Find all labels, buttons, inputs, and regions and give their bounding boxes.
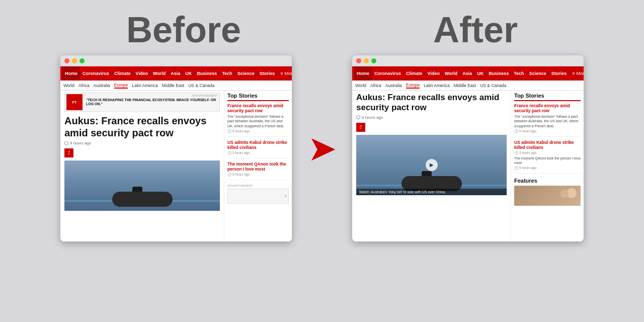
subnav-world[interactable]: World xyxy=(63,83,74,88)
nav-home[interactable]: Home xyxy=(62,66,80,80)
play-button[interactable]: ▶ xyxy=(426,159,438,171)
subnav-africa[interactable]: Africa xyxy=(78,83,90,88)
after-story-2-time: 🕐 3 hours ago xyxy=(514,151,581,155)
after-maximize-dot[interactable] xyxy=(371,58,376,63)
story-3-title[interactable]: The moment QAnon took the person I love … xyxy=(227,162,289,172)
after-subnav-us-canada[interactable]: US & Canada xyxy=(480,83,506,88)
after-close-dot[interactable] xyxy=(356,58,361,63)
nav-asia[interactable]: Asia xyxy=(168,66,183,80)
before-main: FT "TECH IS RESHAPING THE FINANCIAL ECOS… xyxy=(60,91,224,242)
after-sidebar: Top Stories France recalls envoys amid s… xyxy=(511,91,584,242)
before-sidebar: Top Stories France recalls envoys amid s… xyxy=(224,91,292,242)
ad-close-btn[interactable]: ✕ xyxy=(284,194,287,198)
video-caption: Watch: Australia's 'risky bet' to side w… xyxy=(356,189,507,195)
sidebar-ad-box: ✕ xyxy=(227,189,289,204)
after-subnav-australia[interactable]: Australia xyxy=(385,83,402,88)
after-subnav-latin[interactable]: Latin America xyxy=(424,83,450,88)
menu-icon: ≡ xyxy=(280,71,283,76)
subnav-europe[interactable]: Europe xyxy=(114,83,128,89)
after-subnav-middle-east[interactable]: Middle East xyxy=(454,83,476,88)
subnav-australia[interactable]: Australia xyxy=(94,83,110,88)
before-browser: Home Coronavirus Climate Video World Asi… xyxy=(60,55,292,242)
after-main-headline: Aukus: France recalls envoys amid securi… xyxy=(356,93,507,113)
after-story-2-title[interactable]: US admits Kabul drone strike killed civi… xyxy=(514,140,581,150)
subnav-latin[interactable]: Latin America xyxy=(132,83,158,88)
after-story-2-desc: The moment QAnon took the person I love … xyxy=(514,156,581,165)
after-nav-world[interactable]: World xyxy=(442,66,460,80)
sidebar-story-1: France recalls envoys amid security pact… xyxy=(227,103,289,137)
nav-uk[interactable]: UK xyxy=(183,66,194,80)
sidebar-ad-label: ADVERTISEMENT xyxy=(227,184,289,187)
before-titlebar xyxy=(60,55,292,66)
after-subnav-africa[interactable]: Africa xyxy=(370,83,381,88)
story-2-title[interactable]: US admits Kabul drone strike killed civi… xyxy=(227,140,289,150)
nav-more-label: More xyxy=(284,71,292,76)
after-subnav-europe[interactable]: Europe xyxy=(406,83,420,89)
maximize-dot[interactable] xyxy=(79,58,85,63)
after-navbar: Home Coronavirus Climate Video World Asi… xyxy=(352,66,584,80)
after-time: 9 hours ago xyxy=(362,115,383,120)
after-nav-coronavirus[interactable]: Coronavirus xyxy=(372,66,404,80)
after-nav-tech[interactable]: Tech xyxy=(511,66,526,80)
after-minimize-dot[interactable] xyxy=(364,58,369,63)
after-nav-business[interactable]: Business xyxy=(486,66,511,80)
after-sidebar-title: Top Stories xyxy=(514,93,581,101)
nav-tech[interactable]: Tech xyxy=(219,66,234,80)
after-nav-more[interactable]: ≡ More xyxy=(569,71,584,76)
minimize-dot[interactable] xyxy=(72,58,77,63)
after-nav-video[interactable]: Video xyxy=(425,66,442,80)
submarine-body xyxy=(112,192,173,207)
after-label: After xyxy=(433,9,518,50)
story-1-desc: The "exceptional decision" follows a pac… xyxy=(227,114,289,128)
nav-more[interactable]: ≡ More xyxy=(277,71,292,76)
story-1-title[interactable]: France recalls envoys amid security pact… xyxy=(227,103,289,113)
after-nav-asia[interactable]: Asia xyxy=(460,66,474,80)
after-nav-science[interactable]: Science xyxy=(527,66,549,80)
after-sidebar-story-1: France recalls envoys amid security pact… xyxy=(514,103,581,137)
nav-science[interactable]: Science xyxy=(235,66,257,80)
after-menu-icon: ≡ xyxy=(572,71,575,76)
after-nav-uk[interactable]: UK xyxy=(474,66,486,80)
nav-stories[interactable]: Stories xyxy=(257,66,278,80)
sidebar-story-3: The moment QAnon took the person I love … xyxy=(227,162,289,180)
after-nav-more-label: More xyxy=(576,71,584,76)
after-titlebar xyxy=(352,55,584,66)
share-button[interactable]: ⤴ xyxy=(64,148,73,157)
nav-business[interactable]: Business xyxy=(194,66,219,80)
subnav-middle-east[interactable]: Middle East xyxy=(162,83,184,88)
after-subnav-world[interactable]: World xyxy=(355,83,366,88)
ft-logo: FT xyxy=(66,94,83,110)
ad-banner[interactable]: FT "TECH IS RESHAPING THE FINANCIAL ECOS… xyxy=(64,93,220,112)
after-nav-home[interactable]: Home xyxy=(354,66,372,80)
after-clock-icon xyxy=(356,115,360,119)
story-1-time: 🕐 9 hours ago xyxy=(227,129,289,133)
nav-coronavirus[interactable]: Coronavirus xyxy=(80,66,112,80)
before-navbar: Home Coronavirus Climate Video World Asi… xyxy=(60,66,292,80)
nav-world[interactable]: World xyxy=(150,66,168,80)
after-subnav: World Africa Australia Europe Latin Amer… xyxy=(352,80,584,91)
before-timestamp: 9 hours ago xyxy=(64,141,220,145)
before-article-image xyxy=(64,160,220,211)
before-label: Before xyxy=(126,9,241,50)
after-browser: Home Coronavirus Climate Video World Asi… xyxy=(352,55,584,242)
after-share-button[interactable]: ⤴ xyxy=(356,123,365,132)
after-content: Aukus: France recalls envoys amid securi… xyxy=(352,91,584,242)
story-3-time: 🕐 9 hours ago xyxy=(227,173,289,177)
nav-climate[interactable]: Climate xyxy=(112,66,133,80)
arrow-container: ➤ xyxy=(292,131,352,166)
after-story-1-time: 🕐 9 hours ago xyxy=(514,129,581,133)
subnav-us-canada[interactable]: US & Canada xyxy=(188,83,214,88)
close-dot[interactable] xyxy=(64,58,69,63)
after-article-image: ▶ Watch: Australia's 'risky bet' to side… xyxy=(356,135,507,195)
nav-video[interactable]: Video xyxy=(133,66,150,80)
sidebar-story-2: US admits Kabul drone strike killed civi… xyxy=(227,140,289,158)
after-story-1-title[interactable]: France recalls envoys amid security pact… xyxy=(514,103,581,113)
after-nav-stories[interactable]: Stories xyxy=(549,66,570,80)
after-nav-climate[interactable]: Climate xyxy=(404,66,425,80)
before-sidebar-title: Top Stories xyxy=(227,93,289,101)
after-timestamp: 9 hours ago xyxy=(356,115,507,120)
before-subnav: World Africa Australia Europe Latin Amer… xyxy=(60,80,292,91)
before-time: 9 hours ago xyxy=(70,141,91,145)
main-headline: Aukus: France recalls envoys amid securi… xyxy=(64,115,220,139)
features-image-bg xyxy=(514,186,581,206)
